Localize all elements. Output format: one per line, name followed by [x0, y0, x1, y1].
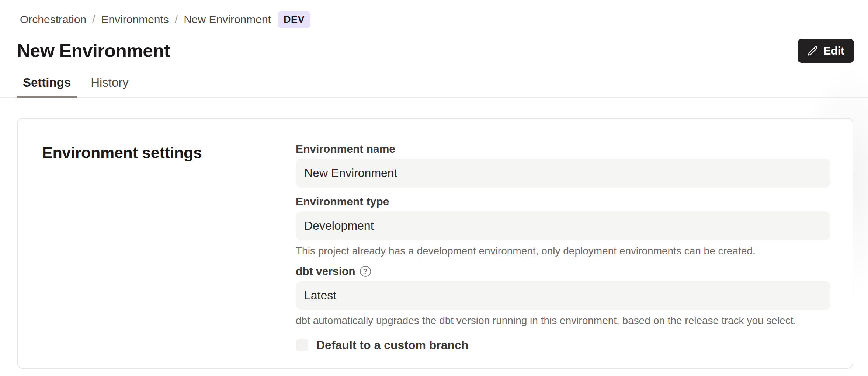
breadcrumb-separator: /	[92, 12, 95, 27]
environment-settings-form: Environment name Environment type This p…	[296, 142, 830, 352]
dbt-version-label-text: dbt version	[296, 265, 355, 278]
breadcrumb-orchestration[interactable]: Orchestration	[20, 12, 86, 27]
pencil-icon	[807, 45, 818, 56]
tab-settings[interactable]: Settings	[17, 67, 77, 97]
card-title: Environment settings	[42, 143, 202, 162]
environment-settings-page: Orchestration / Environments / New Envir…	[0, 0, 868, 376]
custom-branch-row: Default to a custom branch	[296, 338, 830, 352]
dbt-version-helper-text: dbt automatically upgrades the dbt versi…	[296, 314, 830, 327]
breadcrumb-separator: /	[175, 12, 178, 27]
field-environment-name: Environment name	[296, 142, 830, 188]
environment-type-input[interactable]	[296, 211, 830, 240]
page-header: New Environment Edit	[17, 39, 854, 63]
field-dbt-version: dbt version ? dbt automatically upgrades…	[296, 265, 830, 327]
custom-branch-label: Default to a custom branch	[316, 338, 469, 352]
environment-name-label: Environment name	[296, 142, 830, 156]
tab-bar: Settings History	[0, 67, 868, 98]
edit-button[interactable]: Edit	[798, 39, 854, 63]
tab-history[interactable]: History	[85, 67, 135, 97]
dbt-version-label: dbt version ?	[296, 265, 830, 278]
breadcrumb-environments[interactable]: Environments	[101, 12, 169, 27]
page-title: New Environment	[17, 40, 170, 62]
dbt-version-input[interactable]	[296, 281, 830, 310]
breadcrumb: Orchestration / Environments / New Envir…	[0, 0, 868, 28]
breadcrumb-new-environment[interactable]: New Environment	[184, 12, 271, 27]
environment-type-helper-text: This project already has a development e…	[296, 245, 830, 257]
environment-settings-card: Environment settings Environment name En…	[17, 118, 853, 369]
custom-branch-checkbox[interactable]	[296, 339, 308, 351]
help-circle-icon[interactable]: ?	[360, 266, 371, 277]
environment-type-label: Environment type	[296, 195, 830, 208]
edit-button-label: Edit	[823, 45, 844, 57]
field-environment-type: Environment type This project already ha…	[296, 195, 830, 257]
environment-name-input[interactable]	[296, 159, 830, 188]
environment-type-badge: DEV	[278, 11, 310, 28]
